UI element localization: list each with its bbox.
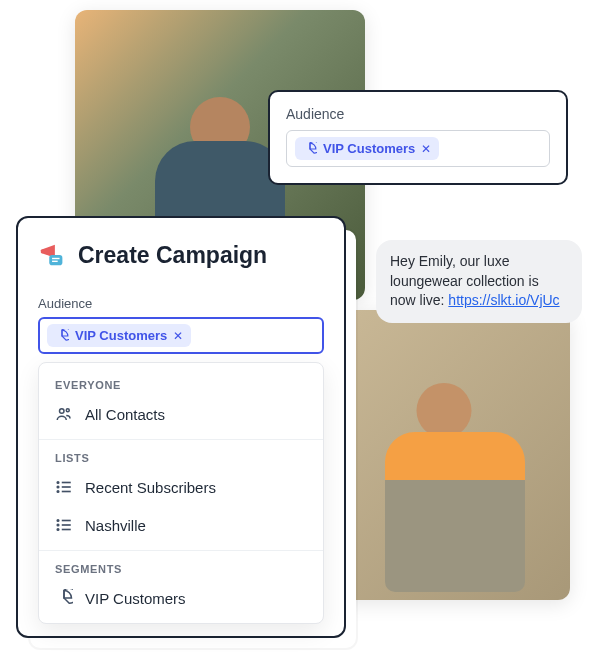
svg-rect-3 <box>52 261 58 262</box>
chat-bubble: Hey Emily, our luxe loungewear collectio… <box>376 240 582 323</box>
panel-title: Create Campaign <box>78 242 267 269</box>
audience-input[interactable]: VIP Customers ✕ <box>286 130 550 167</box>
pie-chart-icon <box>55 329 69 343</box>
dropdown-item-recent-subscribers[interactable]: Recent Subscribers <box>39 470 323 508</box>
panel-header: Create Campaign <box>38 240 324 270</box>
dropdown-section-lists: LISTS <box>39 440 323 470</box>
list-icon <box>55 478 73 496</box>
svg-point-16 <box>57 524 59 526</box>
chat-link[interactable]: https://slkt.io/VjUc <box>448 292 559 308</box>
pie-chart-icon <box>55 589 73 607</box>
dropdown-item-all-contacts[interactable]: All Contacts <box>39 397 323 435</box>
svg-rect-1 <box>49 255 62 265</box>
create-campaign-panel: Create Campaign Audience VIP Customers ✕… <box>16 216 346 638</box>
audience-chip-vip[interactable]: VIP Customers ✕ <box>295 137 439 160</box>
svg-point-17 <box>57 529 59 531</box>
dropdown-item-nashville[interactable]: Nashville <box>39 508 323 546</box>
dropdown-section-everyone: EVERYONE <box>39 367 323 397</box>
pie-chart-icon <box>303 142 317 156</box>
svg-point-15 <box>57 520 59 522</box>
megaphone-chat-icon <box>38 240 68 270</box>
dropdown-item-label: Recent Subscribers <box>85 479 216 496</box>
dropdown-item-label: VIP Customers <box>85 590 186 607</box>
field-label-audience: Audience <box>38 296 324 311</box>
svg-point-4 <box>60 409 65 414</box>
dropdown-section-segments: SEGMENTS <box>39 551 323 581</box>
audience-card: Audience VIP Customers ✕ <box>268 90 568 185</box>
audience-label: Audience <box>286 106 550 122</box>
chip-remove-icon[interactable]: ✕ <box>421 142 431 156</box>
svg-rect-2 <box>52 258 60 259</box>
svg-point-5 <box>66 409 69 412</box>
panel-chip-vip[interactable]: VIP Customers ✕ <box>47 324 191 347</box>
dropdown-item-label: Nashville <box>85 517 146 534</box>
photo-woman-phone <box>340 310 570 600</box>
chip-remove-icon[interactable]: ✕ <box>173 329 183 343</box>
contacts-icon <box>55 405 73 423</box>
dropdown-item-vip-customers[interactable]: VIP Customers <box>39 581 323 619</box>
audience-dropdown: EVERYONE All Contacts LISTS Recent Subsc… <box>38 362 324 624</box>
chip-label: VIP Customers <box>75 328 167 343</box>
dropdown-item-label: All Contacts <box>85 406 165 423</box>
svg-point-9 <box>57 482 59 484</box>
svg-point-11 <box>57 491 59 493</box>
panel-audience-input[interactable]: VIP Customers ✕ <box>38 317 324 354</box>
svg-point-10 <box>57 486 59 488</box>
svg-rect-0 <box>41 249 44 253</box>
chip-label: VIP Customers <box>323 141 415 156</box>
list-icon <box>55 516 73 534</box>
